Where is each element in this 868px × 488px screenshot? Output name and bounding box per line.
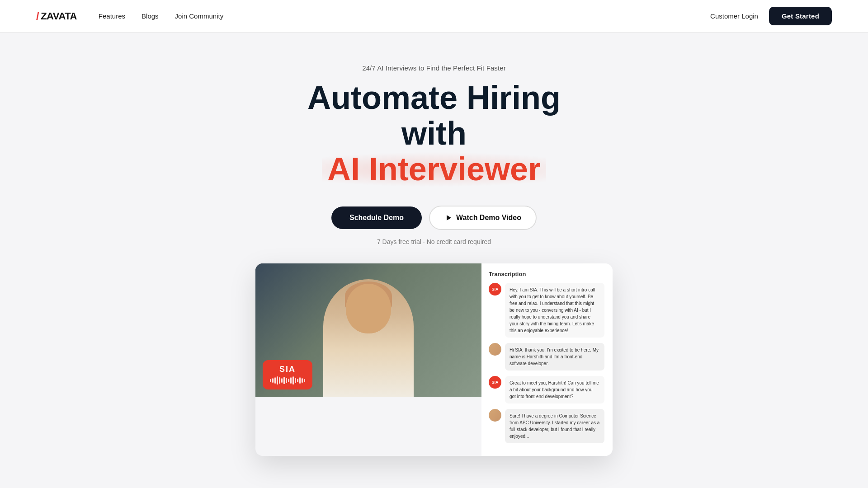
user-avatar-img-1 bbox=[489, 343, 501, 356]
nav-join-community[interactable]: Join Community bbox=[175, 12, 224, 20]
hero-buttons: Schedule Demo Watch Demo Video bbox=[331, 206, 537, 230]
svg-marker-0 bbox=[447, 215, 451, 221]
play-icon bbox=[444, 214, 453, 222]
nav-left: / ZAVATA Features Blogs Join Community bbox=[36, 10, 223, 23]
hero-heading-line2: with bbox=[401, 115, 467, 151]
user-avatar-1 bbox=[489, 343, 501, 356]
watch-demo-label: Watch Demo Video bbox=[456, 214, 521, 222]
sia-badge: SIA bbox=[263, 360, 312, 389]
user-avatar-2 bbox=[489, 409, 501, 422]
demo-video-panel: SIA bbox=[255, 263, 481, 397]
hero-subtext: 7 Days free trial · No credit card requi… bbox=[377, 238, 491, 245]
transcript-message-1: SIA Hey, I am SIA. This will be a short … bbox=[489, 283, 605, 338]
sia-waveform bbox=[270, 376, 305, 385]
sia-badge-label: SIA bbox=[270, 365, 305, 374]
logo[interactable]: / ZAVATA bbox=[36, 10, 77, 23]
hero-heading-line1: Automate Hiring bbox=[307, 80, 561, 116]
logo-name: ZAVATA bbox=[41, 10, 77, 22]
demo-person bbox=[323, 279, 414, 397]
logo-slash: / bbox=[36, 10, 39, 23]
demo-person-head bbox=[346, 284, 391, 333]
nav-right: Customer Login Get Started bbox=[710, 7, 832, 25]
sia-avatar-2: SIA bbox=[489, 376, 501, 389]
transcript-bubble-1: Hey, I am SIA. This will be a short intr… bbox=[505, 283, 604, 338]
transcription-panel: Transcription SIA Hey, I am SIA. This wi… bbox=[481, 263, 613, 456]
user-avatar-img-2 bbox=[489, 409, 501, 422]
transcript-message-2: Hi SIA, thank you. I'm excited to be her… bbox=[489, 343, 605, 371]
hero-heading: Automate Hiring with AI Interviewer bbox=[307, 80, 561, 188]
schedule-demo-button[interactable]: Schedule Demo bbox=[331, 206, 422, 229]
navbar: / ZAVATA Features Blogs Join Community C… bbox=[0, 0, 868, 33]
hero-tagline: 24/7 AI Interviews to Find the Perfect F… bbox=[362, 64, 506, 72]
hero-section: 24/7 AI Interviews to Find the Perfect F… bbox=[0, 33, 868, 465]
nav-features[interactable]: Features bbox=[99, 12, 125, 20]
transcript-message-4: Sure! I have a degree in Computer Scienc… bbox=[489, 409, 605, 443]
watch-demo-button[interactable]: Watch Demo Video bbox=[429, 206, 537, 230]
transcription-title: Transcription bbox=[489, 271, 605, 277]
transcript-message-3: SIA Great to meet you, Harshith! Can you… bbox=[489, 376, 605, 404]
customer-login-link[interactable]: Customer Login bbox=[710, 12, 758, 20]
nav-links: Features Blogs Join Community bbox=[99, 12, 223, 20]
get-started-button[interactable]: Get Started bbox=[769, 7, 832, 25]
hero-heading-highlight: AI Interviewer bbox=[322, 151, 546, 187]
transcript-bubble-4: Sure! I have a degree in Computer Scienc… bbox=[505, 409, 604, 443]
sia-avatar-1: SIA bbox=[489, 283, 501, 296]
nav-blogs[interactable]: Blogs bbox=[142, 12, 159, 20]
transcript-bubble-3: Great to meet you, Harshith! Can you tel… bbox=[505, 376, 604, 404]
demo-preview: SIA bbox=[255, 263, 613, 456]
transcript-bubble-2: Hi SIA, thank you. I'm excited to be her… bbox=[505, 343, 604, 371]
